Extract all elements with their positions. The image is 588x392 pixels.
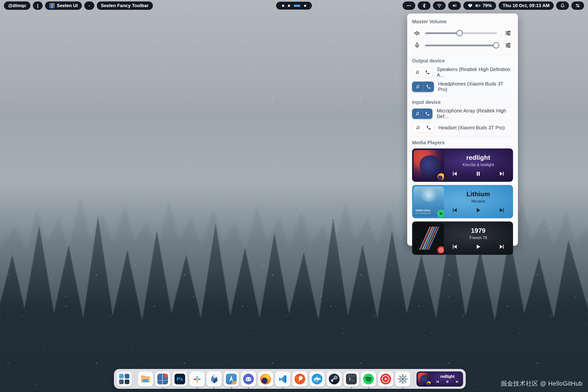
app-launcher-icon [119,374,129,384]
quick-settings-icon [575,3,580,8]
window-title-pill[interactable]: Seelen Fancy Toolbar [97,2,153,10]
speaker-mixer-button[interactable] [503,30,513,36]
dock-item-steam[interactable] [326,372,342,386]
speaker-slider-thumb[interactable] [456,30,463,36]
dock-item-photoshop[interactable]: Ps [172,372,188,386]
next-track-button[interactable] [499,244,505,250]
dock-item-slack[interactable] [190,372,204,386]
device-name[interactable]: Headphones (Xiaomi Buds 3T Pro) [438,81,513,92]
next-track-button[interactable] [456,380,459,384]
next-track-button[interactable] [499,171,505,177]
previous-track-button[interactable] [436,380,439,384]
media-player-card-lithium: NIRVANANEVERMIND Lithium Nirvana [412,185,513,218]
previous-track-button[interactable] [452,244,458,250]
previous-track-button[interactable] [452,171,458,177]
speaker-volume-slider[interactable] [425,32,497,34]
quick-settings-button[interactable] [571,2,584,10]
dock-item-discord[interactable] [241,372,256,386]
dock-item-postman[interactable] [292,372,308,386]
microphone-mixer-button[interactable] [503,42,513,48]
widget-album-art [418,373,430,386]
multimedia-route-button-active[interactable] [412,82,423,92]
player-controls [452,207,505,213]
dock-item-crystal-app[interactable] [206,372,222,386]
widget-track-title: redlight [440,374,455,379]
phone-icon [426,84,431,89]
workspace-dot-3-active[interactable] [294,5,300,7]
battery-icon [475,3,480,8]
crystal-app-icon [209,374,220,384]
section-divider [412,136,513,136]
workspace-dot-1[interactable] [282,5,284,7]
youtube-music-icon [380,374,391,384]
call-route-button-active[interactable] [423,82,434,92]
volume-button[interactable] [448,2,461,10]
music-note-icon [415,84,420,89]
input-device-headset-row: Headset (Xiaomi Buds 3T Pro) [412,122,513,133]
device-name[interactable]: Headset (Xiaomi Buds 3T Pro) [438,125,505,130]
workspace-dot-4[interactable] [304,5,306,7]
previous-icon [452,244,458,250]
dock-item-vscode[interactable] [275,372,290,386]
dock-item-paper-plane-app[interactable] [224,372,239,386]
multimedia-route-button[interactable] [412,123,423,132]
dock-item-app-launcher[interactable] [116,372,132,386]
call-route-button[interactable] [423,123,434,132]
pause-button[interactable] [475,171,481,177]
dock-item-firefox[interactable] [258,372,273,386]
notifications-button[interactable] [556,2,569,10]
device-toggle-group [412,108,432,119]
seelen-ui-pill[interactable]: Seelen UI [45,2,82,10]
bluetooth-button[interactable] [418,2,430,10]
wifi-icon [436,3,442,8]
dock-item-docker[interactable] [310,372,324,386]
multimedia-route-button[interactable] [412,68,422,77]
more-options-button[interactable] [402,2,415,10]
next-track-button[interactable] [499,207,505,213]
device-name[interactable]: Microphone Array (Realtek High Def... [436,108,513,119]
dock-item-file-explorer[interactable] [138,372,153,386]
dock-item-spotify[interactable] [361,372,376,386]
user-handle-pill[interactable]: @dlmqc [4,2,30,10]
input-device-title: Input device [412,100,513,105]
paper-plane-app-icon [226,374,237,384]
dock-item-settings[interactable] [395,372,410,386]
pause-button[interactable] [446,380,449,384]
dock-item-seelen-ui[interactable] [155,372,170,386]
terminal-prompt-label: ❯_ [349,376,354,382]
dock-media-widget[interactable]: redlight [416,372,463,386]
dock-item-youtube-music[interactable] [378,372,393,386]
microphone-volume-row [412,40,513,51]
clock-pill[interactable]: Thu 10 Oct, 09:13 AM [498,2,554,10]
call-route-button-active[interactable] [422,109,432,118]
launcher-square [125,380,129,384]
clock-label: Thu 10 Oct, 09:13 AM [503,3,550,8]
wifi-button[interactable] [433,2,446,10]
pause-icon [475,171,481,177]
dock-separator [135,373,135,385]
battery-pill[interactable]: 79% [463,2,496,10]
previous-track-button[interactable] [452,207,458,213]
workspace-dot-2[interactable] [288,5,290,7]
device-name[interactable]: Speakers (Realtek High Definition A... [437,67,513,78]
next-icon [499,207,505,213]
steam-icon [329,374,340,384]
multimedia-route-button-active[interactable] [412,109,422,118]
seelen-app-icon [49,3,55,8]
microphone-volume-slider[interactable] [425,44,497,46]
phone-icon [426,126,431,130]
dock-item-terminal[interactable]: ❯_ [344,372,359,386]
settings-gear-icon [398,374,408,384]
call-route-button[interactable] [422,68,432,77]
play-button[interactable] [475,244,481,250]
dash-pill: - [84,2,94,10]
mixer-icon [505,30,511,36]
microphone-slider-thumb[interactable] [493,42,500,49]
play-button[interactable] [475,207,481,213]
album-art-text: NIRVANANEVERMIND [415,209,431,215]
heart-icon [468,3,473,8]
previous-icon [452,207,458,213]
play-icon [475,207,481,213]
track-artist: Nirvana [472,199,485,204]
previous-icon [452,171,458,177]
